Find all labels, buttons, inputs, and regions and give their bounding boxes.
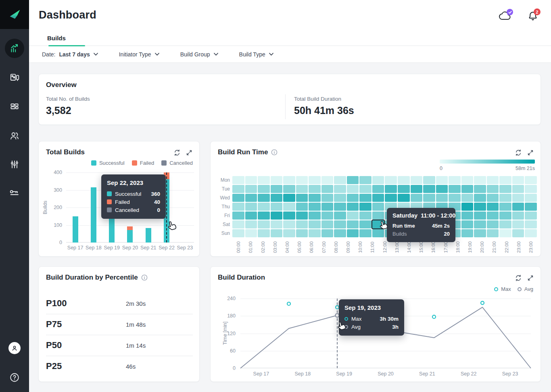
refresh-button[interactable]	[515, 149, 522, 156]
heatmap-cell[interactable]	[296, 185, 308, 193]
heatmap-cell[interactable]	[296, 194, 308, 202]
heatmap-cell[interactable]	[411, 194, 423, 202]
heatmap-cell[interactable]	[436, 176, 448, 184]
heatmap-cell[interactable]	[525, 212, 537, 220]
refresh-button[interactable]	[515, 274, 522, 282]
heatmap-cell[interactable]	[334, 185, 346, 193]
heatmap-cell[interactable]	[359, 194, 372, 202]
heatmap-cell[interactable]	[245, 212, 257, 220]
legend-avg[interactable]: Avg	[518, 286, 533, 292]
heatmap-cell[interactable]	[271, 185, 283, 193]
heatmap-cell[interactable]	[512, 229, 524, 237]
heatmap-cell[interactable]	[232, 185, 244, 193]
filter-date[interactable]: Date:Last 7 days	[42, 51, 98, 58]
heatmap-cell[interactable]	[347, 220, 359, 228]
heatmap-cell[interactable]	[258, 185, 270, 193]
heatmap-cell[interactable]	[334, 194, 346, 202]
heatmap-cell[interactable]	[423, 176, 435, 184]
sidebar-item-build-groups[interactable]	[0, 97, 29, 116]
sidebar-item-machines[interactable]	[0, 68, 29, 87]
tab-builds[interactable]: Builds	[39, 30, 74, 46]
info-icon[interactable]	[141, 274, 148, 281]
heatmap-cell[interactable]	[258, 220, 270, 228]
heatmap-cell[interactable]	[525, 220, 537, 228]
heatmap-cell[interactable]	[487, 212, 499, 220]
heatmap-cell[interactable]	[296, 220, 308, 228]
legend-max[interactable]: Max	[494, 286, 511, 292]
heatmap-cell[interactable]	[499, 194, 511, 202]
app-logo[interactable]	[0, 0, 29, 29]
heatmap-cell[interactable]	[283, 229, 295, 237]
heatmap-cell[interactable]	[321, 212, 334, 220]
heatmap-cell[interactable]	[512, 220, 524, 228]
heatmap-cell[interactable]	[245, 176, 257, 184]
heatmap-cell[interactable]	[283, 194, 295, 202]
heatmap-cell[interactable]	[474, 194, 486, 202]
sidebar-item-users[interactable]	[0, 126, 29, 145]
heatmap-grid[interactable]	[232, 176, 537, 237]
heatmap-cell[interactable]	[461, 212, 474, 220]
heatmap-cell[interactable]	[525, 194, 537, 202]
heatmap-cell[interactable]	[309, 212, 321, 220]
notifications-button[interactable]: 2	[528, 10, 538, 23]
heatmap-cell[interactable]	[309, 220, 321, 228]
heatmap-cell[interactable]	[245, 194, 257, 202]
bar-sep-18[interactable]	[91, 187, 96, 243]
heatmap-cell[interactable]	[258, 203, 270, 211]
heatmap-cell[interactable]	[474, 176, 486, 184]
heatmap-cell[interactable]	[347, 212, 359, 220]
heatmap-cell[interactable]	[258, 212, 270, 220]
max-point[interactable]	[336, 306, 339, 309]
heatmap-cell[interactable]	[359, 212, 372, 220]
heatmap-cell[interactable]	[321, 185, 334, 193]
heatmap-cell[interactable]	[474, 185, 486, 193]
heatmap-cell[interactable]	[372, 176, 384, 184]
legend-failed[interactable]: Failed	[132, 160, 154, 166]
heatmap-cell[interactable]	[232, 176, 244, 184]
heatmap-cell[interactable]	[232, 203, 244, 211]
filter-initiator-type[interactable]: Initiator Type	[119, 51, 159, 58]
legend-successful[interactable]: Successful	[91, 160, 125, 166]
heatmap-cell[interactable]	[499, 212, 511, 220]
heatmap-cell[interactable]	[347, 194, 359, 202]
heatmap-cell[interactable]	[309, 194, 321, 202]
heatmap-cell[interactable]	[283, 220, 295, 228]
heatmap-cell[interactable]	[499, 176, 511, 184]
heatmap-cell[interactable]	[474, 203, 486, 211]
max-point[interactable]	[432, 315, 436, 318]
heatmap-cell[interactable]	[258, 194, 270, 202]
help-button[interactable]	[0, 368, 29, 387]
heatmap-cell[interactable]	[296, 203, 308, 211]
heatmap-cell[interactable]	[436, 194, 448, 202]
heatmap-cell[interactable]	[309, 185, 321, 193]
heatmap-cell[interactable]	[449, 194, 461, 202]
heatmap-cell[interactable]	[436, 185, 448, 193]
heatmap-cell[interactable]	[499, 203, 511, 211]
heatmap-cell[interactable]	[321, 203, 334, 211]
heatmap-cell[interactable]	[347, 185, 359, 193]
heatmap-cell[interactable]	[271, 194, 283, 202]
heatmap-cell[interactable]	[372, 220, 384, 228]
heatmap-cell[interactable]	[525, 176, 537, 184]
expand-button[interactable]	[186, 149, 193, 156]
heatmap-cell[interactable]	[258, 229, 270, 237]
heatmap-cell[interactable]	[296, 176, 308, 184]
heatmap-cell[interactable]	[271, 212, 283, 220]
heatmap-cell[interactable]	[321, 229, 334, 237]
heatmap-cell[interactable]	[359, 203, 372, 211]
heatmap-cell[interactable]	[474, 229, 486, 237]
heatmap-cell[interactable]	[411, 185, 423, 193]
heatmap-cell[interactable]	[359, 176, 372, 184]
heatmap-cell[interactable]	[245, 203, 257, 211]
heatmap-cell[interactable]	[411, 176, 423, 184]
heatmap-cell[interactable]	[499, 185, 511, 193]
heatmap-cell[interactable]	[512, 212, 524, 220]
heatmap-cell[interactable]	[245, 185, 257, 193]
heatmap-cell[interactable]	[487, 203, 499, 211]
heatmap-cell[interactable]	[271, 176, 283, 184]
heatmap-cell[interactable]	[283, 203, 295, 211]
heatmap-cell[interactable]	[309, 203, 321, 211]
heatmap-cell[interactable]	[309, 229, 321, 237]
heatmap-cell[interactable]	[296, 229, 308, 237]
heatmap-cell[interactable]	[385, 176, 397, 184]
